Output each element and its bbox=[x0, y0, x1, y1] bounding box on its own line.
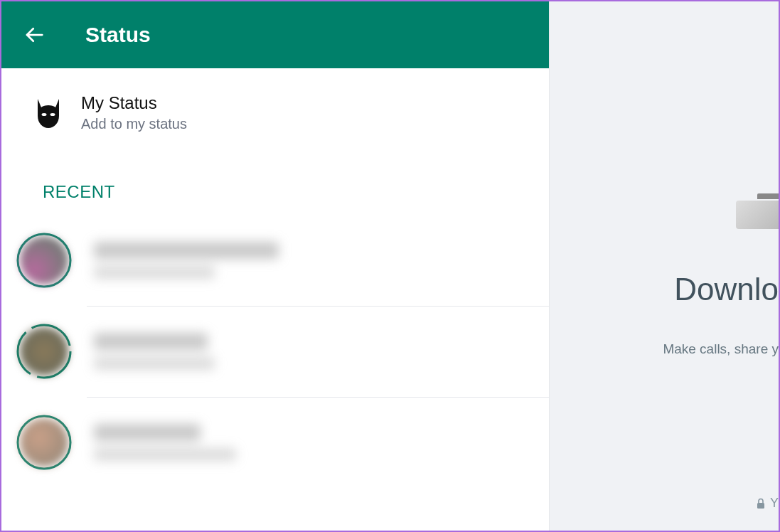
batman-avatar-icon bbox=[35, 97, 62, 129]
my-status-subtitle: Add to my status bbox=[81, 116, 187, 132]
status-avatar-ring bbox=[16, 232, 73, 289]
back-arrow-icon bbox=[23, 24, 45, 46]
header-bar: Status bbox=[1, 1, 549, 68]
back-button[interactable] bbox=[18, 19, 50, 50]
promo-title: Downlo bbox=[674, 272, 779, 307]
contact-avatar bbox=[20, 327, 68, 376]
my-status-row[interactable]: My Status Add to my status bbox=[1, 68, 549, 154]
svg-point-1 bbox=[42, 113, 47, 116]
my-status-title: My Status bbox=[81, 93, 187, 113]
status-text-redacted bbox=[94, 424, 236, 461]
status-text-redacted bbox=[94, 242, 279, 279]
status-list bbox=[1, 215, 549, 488]
status-avatar-ring bbox=[16, 414, 73, 471]
status-item[interactable] bbox=[1, 306, 549, 397]
lock-icon bbox=[756, 498, 766, 509]
recent-section-header: RECENT bbox=[1, 154, 549, 215]
status-avatar-ring bbox=[16, 323, 73, 380]
promo-subtitle: Make calls, share y bbox=[663, 341, 779, 357]
contact-avatar bbox=[20, 418, 68, 467]
svg-rect-6 bbox=[757, 503, 764, 509]
contact-avatar bbox=[20, 236, 68, 284]
svg-point-2 bbox=[50, 113, 55, 116]
content-panel: Downlo Make calls, share y Y bbox=[549, 1, 779, 531]
promo-laptop-icon bbox=[736, 201, 779, 229]
status-text-redacted bbox=[94, 333, 215, 370]
my-status-text: My Status Add to my status bbox=[81, 93, 187, 132]
status-panel: Status My Status Add to my status RECENT bbox=[1, 1, 549, 531]
my-status-avatar bbox=[34, 97, 63, 129]
page-title: Status bbox=[85, 23, 151, 47]
status-item[interactable] bbox=[1, 215, 549, 306]
status-item[interactable] bbox=[1, 397, 549, 488]
encryption-notice: Y bbox=[756, 496, 779, 511]
encryption-text: Y bbox=[770, 496, 779, 511]
